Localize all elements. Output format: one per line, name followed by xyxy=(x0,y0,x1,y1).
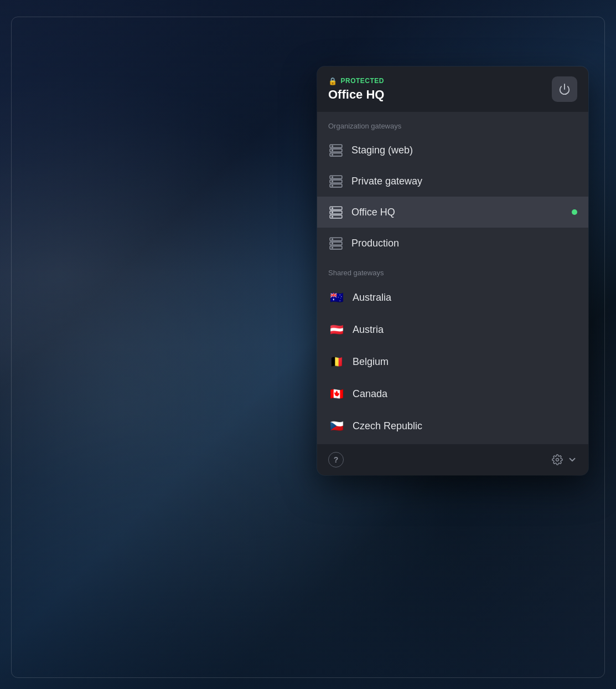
server-icon-production xyxy=(328,235,344,251)
org-gateways-label: Organization gateways xyxy=(317,112,588,135)
footer-right xyxy=(552,454,577,465)
svg-point-22 xyxy=(332,239,333,240)
svg-point-6 xyxy=(332,154,333,155)
gateway-item-australia[interactable]: 🇦🇺 Australia xyxy=(317,281,588,313)
vpn-header-info: 🔒 PROTECTED Office HQ xyxy=(328,77,384,102)
gateway-name-belgium: Belgium xyxy=(353,356,577,368)
help-icon: ? xyxy=(334,455,339,464)
expand-button[interactable] xyxy=(567,455,577,465)
gateway-item-office-hq[interactable]: Office HQ xyxy=(317,197,588,228)
flag-canada: 🇨🇦 xyxy=(328,385,345,402)
gateway-item-staging[interactable]: Staging (web) xyxy=(317,135,588,166)
svg-point-25 xyxy=(556,459,559,461)
help-button[interactable]: ? xyxy=(328,452,344,467)
active-connection-name: Office HQ xyxy=(328,88,384,102)
flag-belgium: 🇧🇪 xyxy=(328,353,345,370)
active-indicator xyxy=(572,209,577,215)
server-icon-private xyxy=(328,173,344,189)
gateway-item-production[interactable]: Production xyxy=(317,228,588,259)
svg-point-17 xyxy=(332,212,333,213)
chevron-down-icon xyxy=(567,455,577,465)
lock-icon: 🔒 xyxy=(328,77,338,85)
protected-label-text: PROTECTED xyxy=(341,77,385,85)
svg-point-23 xyxy=(332,243,333,244)
vpn-footer: ? xyxy=(317,444,588,475)
svg-point-11 xyxy=(332,181,333,182)
svg-point-16 xyxy=(332,208,333,209)
gateway-item-czech-republic[interactable]: 🇨🇿 Czech Republic xyxy=(317,410,588,442)
gateway-name-private: Private gateway xyxy=(351,176,577,187)
flag-australia: 🇦🇺 xyxy=(328,289,345,306)
gateway-item-canada[interactable]: 🇨🇦 Canada xyxy=(317,378,588,410)
settings-button[interactable] xyxy=(552,454,563,465)
gateway-item-belgium[interactable]: 🇧🇪 Belgium xyxy=(317,346,588,378)
gateway-name-staging: Staging (web) xyxy=(351,145,577,156)
gateway-name-austria: Austria xyxy=(353,324,577,336)
gear-icon xyxy=(552,454,563,465)
svg-point-4 xyxy=(332,146,333,147)
svg-point-5 xyxy=(332,150,333,151)
svg-point-18 xyxy=(332,216,333,217)
shared-gateways-label: Shared gateways xyxy=(317,259,588,281)
vpn-header: 🔒 PROTECTED Office HQ xyxy=(317,66,588,112)
power-icon xyxy=(558,83,571,95)
gateway-item-austria[interactable]: 🇦🇹 Austria xyxy=(317,313,588,346)
svg-point-10 xyxy=(332,177,333,178)
gateway-name-czech-republic: Czech Republic xyxy=(353,420,577,432)
flag-czech-republic: 🇨🇿 xyxy=(328,418,345,434)
protection-status: 🔒 PROTECTED xyxy=(328,77,384,85)
power-button[interactable] xyxy=(552,76,577,102)
server-icon-staging xyxy=(328,142,344,158)
server-icon-office-hq xyxy=(328,204,344,220)
gateway-name-office-hq: Office HQ xyxy=(351,207,564,218)
svg-point-12 xyxy=(332,185,333,186)
gateway-name-canada: Canada xyxy=(353,388,577,400)
flag-austria: 🇦🇹 xyxy=(328,321,345,338)
svg-point-24 xyxy=(332,247,333,248)
gateway-name-australia: Australia xyxy=(353,292,577,304)
gateway-item-private[interactable]: Private gateway xyxy=(317,166,588,197)
gateway-name-production: Production xyxy=(351,238,577,249)
vpn-panel: 🔒 PROTECTED Office HQ Organization gatew… xyxy=(317,66,588,475)
